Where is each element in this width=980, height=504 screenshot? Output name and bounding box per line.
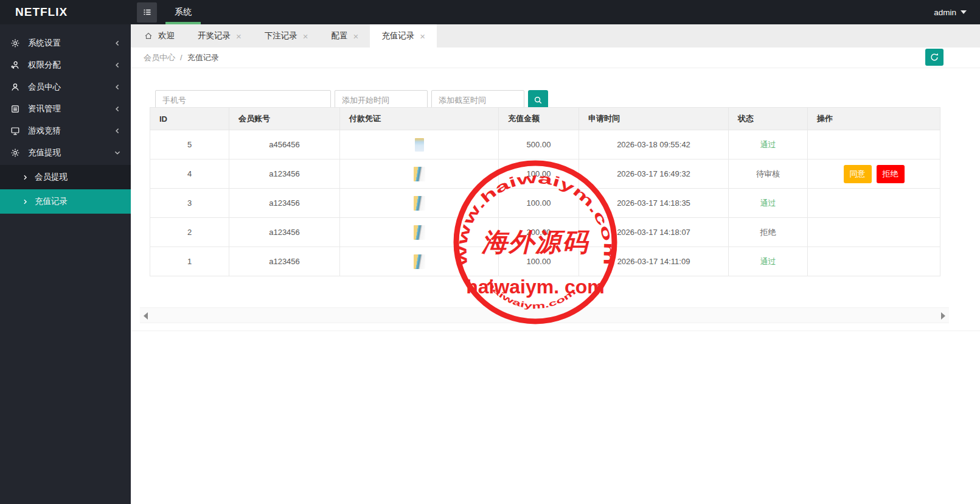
sidebar-item-2[interactable]: 会员中心: [0, 76, 131, 98]
sidebar-subitem-label: 充值记录: [35, 196, 68, 207]
reject-button[interactable]: 拒绝: [877, 165, 905, 183]
sidebar-menu: 系统设置 权限分配 会员中心 资讯管理 游戏竞猜 充值提现: [0, 24, 131, 214]
column-header: 会员账号: [229, 108, 340, 130]
monitor-icon: [10, 126, 20, 136]
chevron-down-icon: [114, 150, 120, 156]
cell-amount: 100.00: [499, 189, 579, 218]
cell-actions: 同意拒绝: [808, 159, 940, 189]
tab-3[interactable]: 配置 ×: [320, 24, 370, 47]
approve-button[interactable]: 同意: [844, 165, 872, 183]
chevron-right-icon: [23, 175, 28, 180]
cell-id: 3: [150, 189, 229, 218]
sidebar-item-1[interactable]: 权限分配: [0, 54, 131, 76]
stamp-bottom-text: haiwaiym.com: [485, 279, 578, 310]
table-row: 5 a456456 500.00 2026-03-18 09:55:42 通过: [150, 130, 940, 159]
menu-list-icon: [142, 7, 153, 18]
breadcrumb-parent[interactable]: 会员中心: [144, 52, 175, 63]
status-badge: 拒绝: [760, 228, 776, 237]
status-badge: 通过: [760, 140, 776, 149]
sidebar-submenu: 会员提现 充值记录: [0, 165, 131, 214]
cell-time: 2026-03-17 16:49:32: [579, 159, 729, 189]
chevron-left-icon: [114, 128, 120, 134]
cell-voucher: [340, 159, 499, 189]
voucher-image[interactable]: [414, 167, 425, 181]
close-icon[interactable]: ×: [236, 32, 242, 41]
tab-4[interactable]: 充值记录 ×: [370, 24, 437, 47]
hamburger-button[interactable]: [137, 2, 157, 23]
voucher-image[interactable]: [415, 138, 424, 152]
voucher-image[interactable]: [414, 196, 425, 211]
breadcrumb-current: 充值记录: [187, 52, 219, 63]
horizontal-scrollbar[interactable]: [140, 307, 949, 323]
table-row: 3 a123456 100.00 2026-03-17 14:18:35 通过: [150, 189, 940, 218]
cell-status: 通过: [729, 130, 808, 159]
status-badge: 待审核: [756, 169, 780, 178]
cell-status: 通过: [729, 189, 808, 218]
svg-text:haiwaiym.com: haiwaiym.com: [485, 279, 578, 310]
sidebar-item-5[interactable]: 充值提现: [0, 142, 131, 164]
cell-account: a123456: [229, 189, 340, 218]
cell-voucher: [340, 189, 499, 218]
tab-label: 配置: [332, 30, 348, 41]
cell-amount: 500.00: [499, 130, 579, 159]
sidebar-item-4[interactable]: 游戏竞猜: [0, 120, 131, 142]
tab-label: 开奖记录: [198, 30, 231, 41]
cell-account: a123456: [229, 247, 340, 276]
tab-label: 下注记录: [265, 30, 297, 41]
refresh-button[interactable]: [925, 49, 944, 66]
tab-0[interactable]: 欢迎: [133, 24, 186, 47]
close-icon[interactable]: ×: [353, 32, 359, 41]
cell-account: a123456: [229, 218, 340, 247]
main-area: 欢迎 开奖记录 × 下注记录 × 配置 × 充值记录 × 会员中心 / 充值记录: [131, 24, 980, 504]
chevron-left-icon: [114, 40, 120, 46]
sidebar-subitem-label: 会员提现: [35, 172, 68, 183]
voucher-image[interactable]: [414, 254, 425, 269]
column-header: 申请时间: [579, 108, 729, 130]
close-icon[interactable]: ×: [303, 32, 308, 41]
user-menu[interactable]: admin: [934, 0, 967, 24]
sidebar-item-3[interactable]: 资讯管理: [0, 98, 131, 120]
brand-logo: NETFLIX: [0, 0, 131, 24]
chevron-right-icon: [23, 199, 28, 205]
scroll-left-icon[interactable]: [144, 312, 148, 320]
sidebar-item-0[interactable]: 系统设置: [0, 32, 131, 54]
caret-down-icon: [961, 10, 967, 14]
cell-time: 2026-03-17 14:18:35: [579, 189, 729, 218]
column-header: 状态: [729, 108, 808, 130]
user-key-icon: [10, 60, 20, 70]
gear-icon: [10, 148, 20, 158]
sidebar-item-label: 会员中心: [28, 82, 61, 93]
scroll-right-icon[interactable]: [941, 312, 945, 320]
chevron-left-icon: [114, 84, 120, 90]
tab-1[interactable]: 开奖记录 ×: [186, 24, 253, 47]
status-badge: 通过: [760, 257, 776, 266]
sidebar-subitem-1[interactable]: 充值记录: [0, 189, 131, 214]
username: admin: [934, 8, 956, 17]
tab-2[interactable]: 下注记录 ×: [253, 24, 320, 47]
status-badge: 通过: [760, 198, 776, 208]
cell-amount: 100.00: [499, 247, 579, 276]
voucher-image[interactable]: [414, 225, 425, 240]
cell-status: 拒绝: [729, 218, 808, 247]
sidebar: NETFLIX 系统设置 权限分配 会员中心 资讯管理 游戏竞猜 充值提现: [0, 0, 131, 504]
cell-amount: 200.00: [499, 218, 579, 247]
tab-label: 欢迎: [158, 30, 175, 41]
cell-time: 2026-03-18 09:55:42: [579, 130, 729, 159]
cell-status: 待审核: [729, 159, 808, 189]
sidebar-item-label: 权限分配: [28, 60, 61, 71]
cell-voucher: [340, 247, 499, 276]
sidebar-subitem-0[interactable]: 会员提现: [0, 165, 131, 189]
records-table-wrap: ID会员账号付款凭证充值金额申请时间状态操作 5 a456456 500.00 …: [150, 107, 940, 276]
content-divider: [131, 331, 980, 331]
chevron-left-icon: [114, 106, 120, 112]
table-row: 2 a123456 200.00 2026-03-17 14:18:07 拒绝: [150, 218, 940, 247]
tab-label: 充值记录: [381, 30, 414, 41]
home-icon: [144, 32, 153, 40]
search-icon: [533, 96, 543, 105]
topnav-item-system[interactable]: 系统: [157, 0, 209, 24]
document-icon: [10, 104, 20, 114]
sidebar-item-label: 资讯管理: [28, 103, 61, 114]
user-icon: [10, 82, 20, 92]
column-header: 操作: [808, 108, 940, 130]
close-icon[interactable]: ×: [420, 32, 425, 41]
